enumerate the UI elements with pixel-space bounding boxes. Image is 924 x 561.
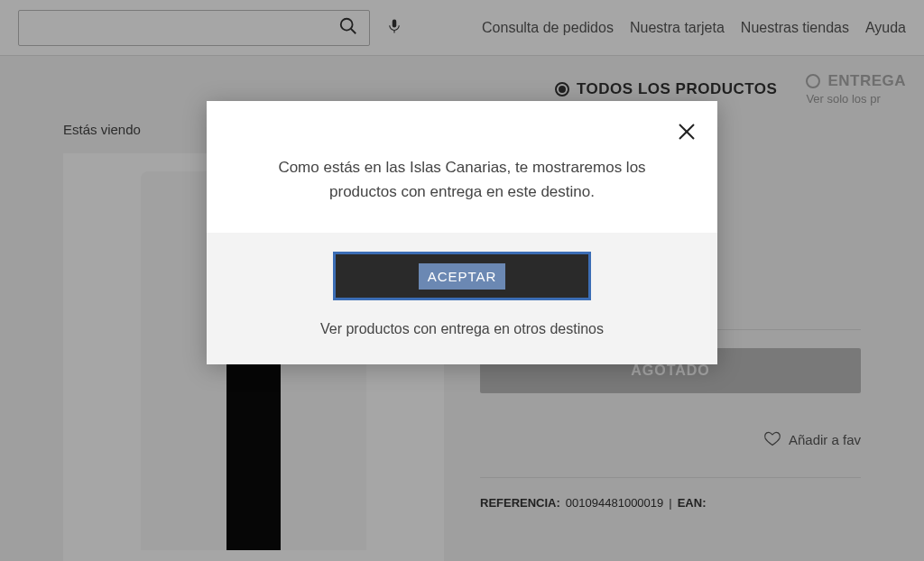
modal-footer: ACEPTAR Ver productos con entrega en otr… xyxy=(207,233,717,364)
accept-button[interactable]: ACEPTAR xyxy=(334,253,590,299)
close-button[interactable] xyxy=(672,117,701,149)
modal-dialog: Como estás en las Islas Canarias, te mos… xyxy=(207,101,717,364)
modal-message: Como estás en las Islas Canarias, te mos… xyxy=(207,101,717,233)
other-destinations-link[interactable]: Ver productos con entrega en otros desti… xyxy=(207,321,717,337)
modal-overlay: Como estás en las Islas Canarias, te mos… xyxy=(0,0,924,561)
accept-button-label: ACEPTAR xyxy=(419,263,506,290)
